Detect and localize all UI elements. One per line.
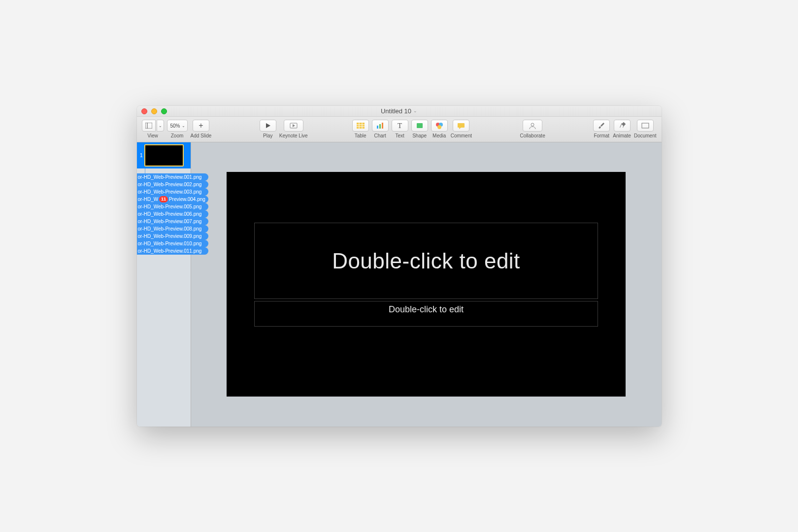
document-icon [641, 123, 649, 129]
svg-marker-2 [266, 123, 270, 128]
svg-rect-13 [417, 123, 423, 128]
table-icon [357, 123, 365, 129]
drag-file-pill[interactable]: or-HD_Web-Preview.002.png [137, 181, 208, 188]
keynote-live-button[interactable] [284, 120, 303, 132]
media-group: Media [431, 120, 448, 138]
table-button[interactable] [352, 120, 369, 132]
media-button[interactable] [431, 120, 448, 132]
drag-file-pill[interactable]: or-HD_Web-Preview.008.png [137, 225, 208, 233]
drag-file-pill[interactable]: or-HD_Web-Preview.009.png [137, 233, 208, 240]
svg-point-19 [531, 123, 534, 126]
comment-label: Comment [451, 133, 472, 138]
svg-rect-23 [642, 123, 649, 128]
collaborate-button[interactable] [523, 120, 542, 132]
document-label: Document [634, 133, 657, 138]
text-icon: T [398, 122, 402, 130]
text-button[interactable]: T [392, 120, 408, 132]
slide-canvas-area[interactable]: Double-click to edit Double-click to edi… [191, 142, 662, 427]
document-button[interactable] [637, 120, 654, 132]
table-label: Table [355, 133, 366, 138]
chevron-down-icon: ⌄ [182, 124, 185, 128]
slide[interactable]: Double-click to edit Double-click to edi… [227, 172, 626, 397]
animate-group: Animate [613, 120, 631, 138]
drag-file-pill[interactable]: or-HD_Web-Preview.010.png [137, 240, 208, 247]
drag-file-label: or-HD_Web-Preview.001.png [138, 174, 202, 180]
svg-rect-11 [379, 124, 381, 129]
title-placeholder[interactable]: Double-click to edit [254, 223, 598, 299]
minimize-window-button[interactable] [151, 108, 157, 114]
slide-number: 1 [137, 153, 143, 158]
add-slide-group: + Add Slide [191, 120, 212, 138]
window-title[interactable]: Untitled 10 ⌄ [137, 107, 662, 115]
drag-file-pill[interactable]: or-HD_W11Preview.004.png [137, 196, 208, 203]
format-label: Format [594, 133, 609, 138]
media-label: Media [432, 133, 446, 138]
svg-rect-5 [357, 123, 365, 129]
shape-button[interactable] [411, 120, 428, 132]
drag-file-pill[interactable]: or-HD_Web-Preview.005.png [137, 203, 208, 210]
drag-file-pill[interactable]: or-HD_Web-Preview.006.png [137, 210, 208, 218]
keynote-live-group: Keynote Live [279, 120, 308, 138]
drag-connector [145, 168, 191, 173]
play-button[interactable] [260, 120, 276, 132]
svg-rect-10 [377, 126, 378, 129]
play-label: Play [263, 133, 272, 138]
chevron-down-icon: ⌄ [159, 124, 162, 128]
animate-label: Animate [613, 133, 631, 138]
slide-thumbnail-selected[interactable]: 1 [137, 142, 191, 168]
toolbar: ⌄ View 50% ⌄ Zoom + Add Slide Play [137, 117, 662, 142]
drag-file-label: or-HD_Web-Preview.005.png [138, 204, 202, 209]
drag-file-label: or-HD_Web-Preview.002.png [138, 182, 202, 187]
svg-rect-22 [621, 122, 625, 126]
svg-marker-18 [459, 128, 461, 129]
drag-file-label: or-HD_Web-Preview.008.png [138, 226, 202, 232]
shape-label: Shape [412, 133, 427, 138]
broadcast-icon [289, 123, 299, 129]
drag-file-label: or-HD_Web-Preview.006.png [138, 211, 202, 217]
chart-icon [376, 123, 384, 129]
drag-file-pill[interactable]: or-HD_Web-Preview.001.png [137, 173, 208, 181]
drag-file-pill[interactable]: or-HD_Web-Preview.003.png [137, 188, 208, 196]
body-placeholder-text: Double-click to edit [389, 304, 464, 315]
titlebar[interactable]: Untitled 10 ⌄ [137, 106, 662, 117]
chart-label: Chart [374, 133, 386, 138]
play-group: Play [260, 120, 276, 138]
svg-marker-4 [293, 124, 295, 127]
comment-button[interactable] [453, 120, 469, 132]
animate-icon [618, 122, 626, 129]
shape-icon [416, 123, 423, 129]
animate-button[interactable] [614, 120, 631, 132]
svg-rect-12 [382, 123, 383, 129]
view-button[interactable] [142, 120, 156, 132]
comment-icon [457, 123, 465, 129]
shape-group: Shape [411, 120, 428, 138]
view-icon [145, 123, 152, 129]
chart-button[interactable] [372, 120, 389, 132]
table-group: Table [352, 120, 369, 138]
zoom-window-button[interactable] [161, 108, 167, 114]
drag-file-pill[interactable]: or-HD_Web-Preview.007.png [137, 218, 208, 225]
view-label: View [147, 133, 158, 138]
drag-file-pill[interactable]: or-HD_Web-Preview.011.png [137, 247, 208, 255]
drag-count-badge: 11 [159, 196, 168, 202]
drag-file-label: or-HD_Web-Preview.007.png [138, 219, 202, 224]
drag-preview-stack: or-HD_Web-Preview.001.pngor-HD_Web-Previ… [137, 173, 191, 255]
comment-group: Comment [451, 120, 472, 138]
add-slide-label: Add Slide [191, 133, 212, 138]
svg-point-16 [437, 125, 441, 129]
slide-navigator[interactable]: 1 or-HD_Web-Preview.001.pngor-HD_Web-Pre… [137, 142, 191, 427]
view-dropdown-button[interactable]: ⌄ [157, 120, 164, 132]
close-window-button[interactable] [141, 108, 147, 114]
drag-file-label: or-HD_Web-Preview.011.png [138, 248, 202, 254]
chart-group: Chart [372, 120, 389, 138]
format-button[interactable] [593, 120, 610, 132]
zoom-group: 50% ⌄ Zoom [167, 120, 188, 138]
zoom-value: 50% [170, 123, 180, 129]
slide-thumbnail[interactable] [144, 144, 184, 166]
svg-rect-0 [145, 123, 152, 129]
drag-file-label: or-HD_Web-Preview.003.png [138, 189, 202, 195]
zoom-button[interactable]: 50% ⌄ [167, 120, 188, 132]
drag-file-label: or-HD_Web-Preview.010.png [138, 241, 202, 246]
add-slide-button[interactable]: + [193, 120, 209, 132]
body-placeholder[interactable]: Double-click to edit [254, 301, 598, 327]
